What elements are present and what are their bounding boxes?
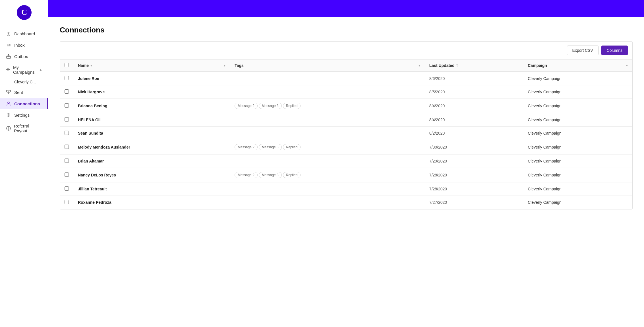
- inbox-icon: ✉: [6, 42, 11, 48]
- logo-area: C: [0, 0, 48, 25]
- row-name[interactable]: Melody Mendoza Auslander: [73, 140, 230, 155]
- row-tags: [230, 196, 425, 209]
- chevron-up-icon: ▲: [39, 68, 42, 72]
- sidebar-item-connections[interactable]: Connections: [0, 98, 48, 109]
- row-checkbox-cell: [60, 85, 73, 99]
- columns-button[interactable]: Columns: [601, 46, 628, 55]
- sidebar-item-cleverly-c[interactable]: Cleverly C...: [0, 77, 48, 87]
- table-row: Melody Mendoza AuslanderMessage 2Message…: [60, 140, 632, 155]
- table-body: Julene Roe8/6/2020Cleverly CampaignNick …: [60, 72, 632, 209]
- tag-badge: Message 3: [259, 144, 282, 150]
- row-campaign: Cleverly Campaign: [523, 182, 632, 196]
- row-checkbox-cell: [60, 168, 73, 182]
- row-last-updated: 7/28/2020: [425, 182, 523, 196]
- sidebar-item-referral-payout[interactable]: $ Referral Payout: [0, 121, 48, 136]
- row-tags: [230, 72, 425, 85]
- row-checkbox[interactable]: [65, 172, 69, 177]
- sidebar-item-dashboard[interactable]: ◎ Dashboard: [0, 28, 48, 39]
- sidebar-item-settings[interactable]: Settings: [0, 109, 48, 121]
- row-name[interactable]: Nancy DeLos Reyes: [73, 168, 230, 182]
- sidebar: C ◎ Dashboard ✉ Inbox Outbox My Campaign…: [0, 0, 48, 327]
- select-all-header: [60, 59, 73, 72]
- row-tags: [230, 182, 425, 196]
- row-last-updated: 8/5/2020: [425, 85, 523, 99]
- row-checkbox[interactable]: [65, 76, 69, 80]
- sidebar-item-label: My Campaigns: [13, 65, 39, 75]
- sidebar-item-inbox[interactable]: ✉ Inbox: [0, 39, 48, 51]
- tag-badge: Replied: [283, 172, 301, 178]
- row-checkbox[interactable]: [65, 200, 69, 204]
- sidebar-item-label: Referral Payout: [14, 124, 42, 133]
- svg-rect-2: [7, 56, 11, 58]
- row-name[interactable]: Brian Altamar: [73, 155, 230, 168]
- row-last-updated: 7/28/2020: [425, 168, 523, 182]
- row-name[interactable]: Roxanne Pedroza: [73, 196, 230, 209]
- brand-logo: C: [17, 5, 32, 20]
- row-last-updated: 7/27/2020: [425, 196, 523, 209]
- row-last-updated: 8/6/2020: [425, 72, 523, 85]
- row-campaign: Cleverly Campaign: [523, 155, 632, 168]
- sidebar-item-label: Connections: [14, 101, 40, 106]
- sidebar-item-sent[interactable]: Sent: [0, 87, 48, 98]
- tag-badge: Message 2: [235, 103, 258, 109]
- row-name[interactable]: HELENA GIL: [73, 113, 230, 127]
- row-tags: Message 2Message 3Replied: [230, 140, 425, 155]
- row-checkbox-cell: [60, 72, 73, 85]
- col-name-label: Name: [78, 63, 89, 68]
- row-checkbox[interactable]: [65, 89, 69, 94]
- name-filter-icon[interactable]: ▾: [224, 64, 225, 67]
- row-checkbox[interactable]: [65, 159, 69, 163]
- row-last-updated: 7/30/2020: [425, 140, 523, 155]
- top-banner: [48, 0, 644, 17]
- row-tags: Message 2Message 3Replied: [230, 168, 425, 182]
- row-checkbox-cell: [60, 99, 73, 113]
- row-checkbox[interactable]: [65, 186, 69, 191]
- sidebar-item-label: Sent: [14, 90, 23, 95]
- sidebar-item-label: Settings: [14, 113, 30, 118]
- connections-icon: [6, 101, 11, 106]
- row-campaign: Cleverly Campaign: [523, 99, 632, 113]
- row-checkbox-cell: [60, 196, 73, 209]
- referral-payout-icon: $: [6, 126, 11, 131]
- row-campaign: Cleverly Campaign: [523, 168, 632, 182]
- table-row: Nancy DeLos ReyesMessage 2Message 3Repli…: [60, 168, 632, 182]
- row-checkbox[interactable]: [65, 103, 69, 108]
- row-name[interactable]: Nick Hargrave: [73, 85, 230, 99]
- export-csv-button[interactable]: Export CSV: [567, 46, 599, 55]
- tags-filter-icon[interactable]: ▾: [419, 64, 420, 67]
- last-updated-sort-icon[interactable]: ⇅: [456, 64, 459, 67]
- table-toolbar: Export CSV Columns: [60, 42, 632, 59]
- row-campaign: Cleverly Campaign: [523, 140, 632, 155]
- col-last-updated-label: Last Updated: [429, 63, 455, 68]
- campaign-filter-icon[interactable]: ▾: [626, 64, 628, 67]
- outbox-icon: [6, 54, 11, 59]
- row-name[interactable]: Jillian Tetreault: [73, 182, 230, 196]
- table-row: HELENA GIL8/4/2020Cleverly Campaign: [60, 113, 632, 127]
- connections-table-container: Export CSV Columns Name ▾ ▾: [60, 41, 633, 209]
- col-header-campaign: Campaign ▾: [523, 59, 632, 72]
- tag-badge: Replied: [283, 144, 301, 150]
- col-header-name: Name ▾ ▾: [73, 59, 230, 72]
- sidebar-nav: ◎ Dashboard ✉ Inbox Outbox My Campaigns …: [0, 25, 48, 139]
- row-tags: [230, 85, 425, 99]
- page-title: Connections: [60, 26, 633, 34]
- sidebar-item-my-campaigns[interactable]: My Campaigns ▲: [0, 62, 48, 77]
- sidebar-item-outbox[interactable]: Outbox: [0, 51, 48, 62]
- name-sort-icon[interactable]: ▾: [90, 64, 92, 67]
- row-last-updated: 8/2/2020: [425, 127, 523, 140]
- row-checkbox[interactable]: [65, 131, 69, 135]
- settings-icon: [6, 112, 11, 118]
- row-campaign: Cleverly Campaign: [523, 127, 632, 140]
- row-name[interactable]: Julene Roe: [73, 72, 230, 85]
- tag-badge: Message 2: [235, 172, 258, 178]
- row-checkbox[interactable]: [65, 117, 69, 122]
- row-checkbox[interactable]: [65, 145, 69, 149]
- table-row: Brian Altamar7/29/2020Cleverly Campaign: [60, 155, 632, 168]
- row-name[interactable]: Brianna Bening: [73, 99, 230, 113]
- connections-table: Name ▾ ▾ Tags ▾: [60, 59, 632, 209]
- table-row: Jillian Tetreault7/28/2020Cleverly Campa…: [60, 182, 632, 196]
- tag-badge: Message 2: [235, 144, 258, 150]
- row-tags: [230, 155, 425, 168]
- select-all-checkbox[interactable]: [65, 63, 69, 67]
- row-name[interactable]: Sean Sundita: [73, 127, 230, 140]
